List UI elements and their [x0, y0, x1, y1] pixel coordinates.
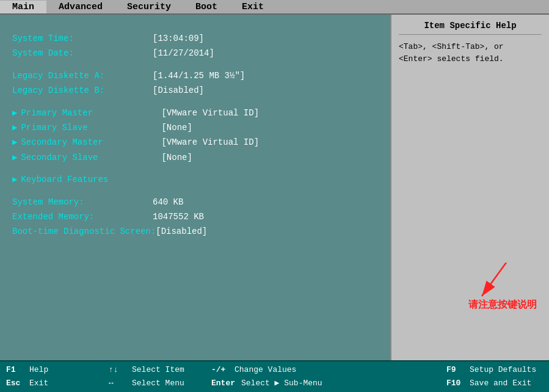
secondary-master-row[interactable]: ▶ Secondary Master [VMware Virtual ID]: [12, 136, 378, 149]
left-panel: System Time: [13:04:09] System Date: [11…: [0, 15, 390, 360]
system-memory-value: 640 KB: [153, 195, 183, 209]
desc-select-item: Select Item: [132, 363, 205, 377]
key-leftright: ↔: [109, 377, 126, 390]
extended-memory-label: Extended Memory:: [12, 210, 153, 223]
diskette-a-row: Legacy Diskette A: [1.44/1.25 MB 3½"]: [12, 69, 378, 82]
system-memory-row: System Memory: 640 KB: [12, 195, 378, 209]
secondary-slave-arrow: ▶: [12, 151, 17, 164]
annotation-arrow: [470, 263, 518, 305]
system-date-row: System Date: [11/27/2014]: [12, 46, 378, 60]
boottime-diag-label: Boot-time Diagnostic Screen:: [12, 225, 156, 238]
menu-advanced[interactable]: Advanced: [46, 1, 115, 13]
primary-slave-value: [None]: [161, 121, 192, 134]
primary-master-label: Primary Master: [21, 106, 161, 120]
desc-select-menu: Select Menu: [132, 377, 205, 390]
key-updown: ↑↓: [109, 363, 126, 377]
key-esc: Esc: [6, 377, 23, 390]
secondary-master-value: [VMware Virtual ID]: [161, 136, 259, 149]
keyboard-features-arrow: ▶: [12, 173, 17, 186]
secondary-master-label: Secondary Master: [21, 136, 161, 149]
desc-select-submenu: Select ▶ Sub-Menu: [241, 377, 322, 390]
keyboard-features-label: Keyboard Features: [21, 173, 161, 186]
extended-memory-value: 1047552 KB: [153, 210, 204, 223]
menu-boot[interactable]: Boot: [183, 1, 230, 13]
key-f10: F10: [446, 377, 464, 390]
main-content: System Time: [13:04:09] System Date: [11…: [0, 15, 549, 360]
desc-change-values: Change Values: [235, 363, 308, 377]
primary-master-arrow: ▶: [12, 106, 17, 120]
annotation-container: 请注意按键说明: [468, 299, 537, 311]
primary-slave-label: Primary Slave: [21, 121, 161, 134]
boottime-diag-row: Boot-time Diagnostic Screen: [Disabled]: [12, 225, 378, 238]
diskette-b-label: Legacy Diskette B:: [12, 84, 153, 97]
status-row-1: F1 Help ↑↓ Select Item -/+ Change Values…: [6, 363, 543, 377]
desc-exit: Exit: [29, 377, 103, 390]
key-enter: Enter: [211, 377, 235, 390]
system-date-label: System Date:: [12, 46, 153, 60]
system-memory-label: System Memory:: [12, 195, 153, 209]
svg-line-1: [482, 263, 506, 296]
keyboard-features-row[interactable]: ▶ Keyboard Features: [12, 173, 378, 186]
desc-save-exit: Save and Exit: [470, 377, 543, 390]
key-plusminus: -/+: [211, 363, 228, 377]
secondary-master-arrow: ▶: [12, 136, 17, 149]
primary-slave-row[interactable]: ▶ Primary Slave [None]: [12, 121, 378, 134]
key-f9: F9: [446, 363, 464, 377]
help-text: <Tab>, <Shift-Tab>, or <Enter> selects f…: [399, 41, 542, 65]
menu-exit[interactable]: Exit: [230, 1, 276, 13]
desc-help: Help: [29, 363, 103, 377]
diskette-b-row: Legacy Diskette B: [Disabled]: [12, 84, 378, 97]
desc-setup-defaults: Setup Defaults: [470, 363, 543, 377]
secondary-slave-label: Secondary Slave: [21, 151, 161, 164]
secondary-slave-value: [None]: [161, 151, 192, 164]
diskette-b-value[interactable]: [Disabled]: [153, 84, 204, 97]
help-title: Item Specific Help: [399, 21, 542, 35]
boottime-diag-value[interactable]: [Disabled]: [156, 225, 207, 238]
diskette-a-value[interactable]: [1.44/1.25 MB 3½"]: [153, 69, 245, 82]
primary-master-row[interactable]: ▶ Primary Master [VMware Virtual ID]: [12, 106, 378, 120]
system-time-label: System Time:: [12, 32, 153, 45]
system-date-value[interactable]: [11/27/2014]: [153, 46, 214, 60]
system-time-value[interactable]: [13:04:09]: [153, 32, 204, 45]
extended-memory-row: Extended Memory: 1047552 KB: [12, 210, 378, 223]
menu-bar: Main Advanced Security Boot Exit: [0, 0, 549, 15]
right-panel: Item Specific Help <Tab>, <Shift-Tab>, o…: [390, 15, 549, 360]
key-f1: F1: [6, 363, 23, 377]
menu-main[interactable]: Main: [0, 1, 46, 13]
status-row-2: Esc Exit ↔ Select Menu Enter Select ▶ Su…: [6, 377, 543, 390]
menu-security[interactable]: Security: [115, 1, 183, 13]
primary-slave-arrow: ▶: [12, 121, 17, 134]
system-time-row: System Time: [13:04:09]: [12, 32, 378, 45]
secondary-slave-row[interactable]: ▶ Secondary Slave [None]: [12, 151, 378, 164]
status-bar: F1 Help ↑↓ Select Item -/+ Change Values…: [0, 360, 549, 392]
primary-master-value: [VMware Virtual ID]: [161, 106, 259, 120]
diskette-a-label: Legacy Diskette A:: [12, 69, 153, 82]
